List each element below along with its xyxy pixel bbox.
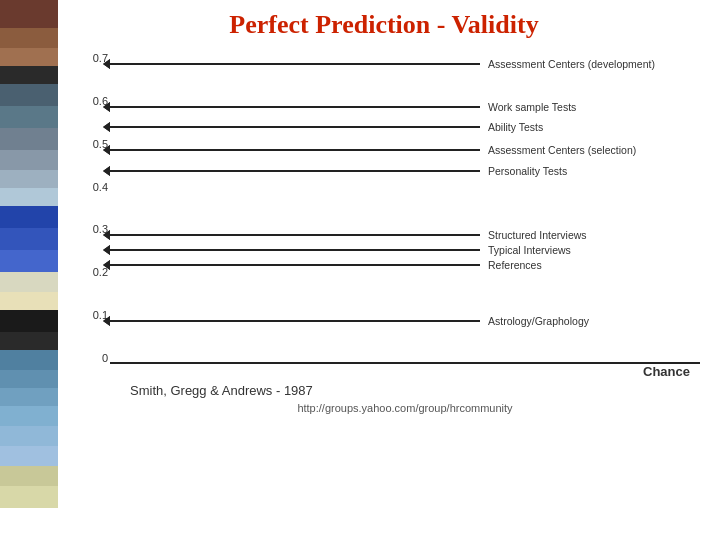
bar-row: Personality Tests <box>110 165 700 177</box>
bar-line <box>110 126 480 128</box>
color-block <box>0 106 58 128</box>
bar-line <box>110 249 480 251</box>
arrow-icon <box>103 145 110 155</box>
bar-line <box>110 320 480 322</box>
color-block <box>0 28 58 48</box>
bar-label: Assessment Centers (development) <box>488 58 655 70</box>
bottom-section: Chance Smith, Gregg & Andrews - 1987 htt… <box>110 364 700 414</box>
bar-label: Assessment Centers (selection) <box>488 144 636 156</box>
color-block <box>0 406 58 426</box>
bar-line <box>110 106 480 108</box>
color-block <box>0 84 58 106</box>
color-block <box>0 388 58 406</box>
color-block <box>0 350 58 370</box>
arrow-icon <box>103 316 110 326</box>
bar-row: Work sample Tests <box>110 101 700 113</box>
bar-label: Astrology/Graphology <box>488 315 589 327</box>
arrow-icon <box>103 102 110 112</box>
y-tick: 0 <box>102 352 108 364</box>
color-block <box>0 292 58 310</box>
bar-label: Structured Interviews <box>488 229 587 241</box>
bar-label: Work sample Tests <box>488 101 576 113</box>
color-strip <box>0 0 58 540</box>
color-block <box>0 486 58 508</box>
color-block <box>0 66 58 84</box>
arrow-icon <box>103 245 110 255</box>
color-block <box>0 332 58 350</box>
color-block <box>0 188 58 206</box>
arrow-icon <box>103 122 110 132</box>
color-block <box>0 48 58 66</box>
color-block <box>0 466 58 486</box>
color-block <box>0 228 58 250</box>
bar-label: Personality Tests <box>488 165 567 177</box>
bar-row: Assessment Centers (selection) <box>110 144 700 156</box>
arrow-icon <box>103 59 110 69</box>
color-block <box>0 370 58 388</box>
bar-line <box>110 149 480 151</box>
chart-area: Assessment Centers (development)Work sam… <box>110 58 700 530</box>
y-tick: 0.4 <box>93 181 108 193</box>
url: http://groups.yahoo.com/group/hrcommunit… <box>110 402 700 414</box>
bar-row: Typical Interviews <box>110 244 700 256</box>
color-block <box>0 250 58 272</box>
citation: Smith, Gregg & Andrews - 1987 <box>130 383 700 398</box>
bar-line <box>110 63 480 65</box>
chance-label: Chance <box>110 364 700 379</box>
color-block <box>0 170 58 188</box>
bar-line <box>110 170 480 172</box>
bar-line <box>110 234 480 236</box>
arrow-icon <box>103 166 110 176</box>
color-block <box>0 206 58 228</box>
color-block <box>0 150 58 170</box>
bar-label: References <box>488 259 542 271</box>
color-block <box>0 128 58 150</box>
bar-row: Assessment Centers (development) <box>110 58 700 70</box>
page-title: Perfect Prediction - Validity <box>68 10 700 40</box>
bar-row: Structured Interviews <box>110 229 700 241</box>
bar-line <box>110 264 480 266</box>
color-block <box>0 272 58 292</box>
color-block <box>0 0 58 28</box>
bar-label: Ability Tests <box>488 121 543 133</box>
arrow-icon <box>103 230 110 240</box>
bar-row: Ability Tests <box>110 121 700 133</box>
main-content: Perfect Prediction - Validity 0.70.60.50… <box>58 0 720 540</box>
bar-row: Astrology/Graphology <box>110 315 700 327</box>
bar-row: References <box>110 259 700 271</box>
color-block <box>0 446 58 466</box>
color-block <box>0 426 58 446</box>
arrow-icon <box>103 260 110 270</box>
color-block <box>0 310 58 332</box>
bar-label: Typical Interviews <box>488 244 571 256</box>
